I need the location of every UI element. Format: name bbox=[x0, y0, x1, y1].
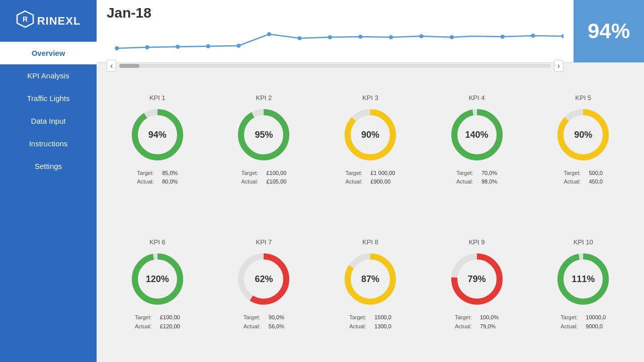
logo-text: RINEXL bbox=[37, 15, 81, 28]
kpi-label-kpi2: KPI 2 bbox=[256, 94, 272, 102]
prev-button[interactable]: ‹ bbox=[107, 60, 116, 72]
kpi-stats-kpi2: Target:£100,00Actual:£105,00 bbox=[242, 169, 287, 187]
kpi-stats-kpi9: Target:100,0%Actual:79,0% bbox=[455, 313, 499, 331]
logo-area: R RINEXL bbox=[8, 5, 89, 42]
donut-kpi10: 111% bbox=[553, 249, 613, 309]
kpi-label-kpi5: KPI 5 bbox=[575, 94, 591, 102]
svg-point-11 bbox=[389, 35, 393, 39]
donut-kpi5: 90% bbox=[553, 105, 613, 165]
donut-kpi7: 62% bbox=[233, 249, 294, 309]
kpi-stats-kpi6: Target:£100,00Actual:£120,00 bbox=[135, 313, 180, 331]
kpi-cell-kpi10: KPI 10111%Target:10000,0Actual:9000,0 bbox=[530, 213, 636, 357]
svg-point-10 bbox=[358, 35, 362, 39]
kpi-label-kpi7: KPI 7 bbox=[256, 238, 272, 246]
kpi-label-kpi1: KPI 1 bbox=[149, 94, 166, 102]
sidebar-item-kpi-analysis[interactable]: KPI Analysis bbox=[0, 64, 97, 87]
kpi-stats-kpi1: Target:85,0%Actual:80,0% bbox=[137, 169, 178, 187]
logo-icon: R bbox=[16, 10, 34, 32]
svg-text:R: R bbox=[23, 15, 28, 23]
kpi-value-kpi7: 62% bbox=[255, 274, 273, 285]
kpi-grid: KPI 194%Target:85,0%Actual:80,0%KPI 295%… bbox=[97, 63, 644, 362]
kpi-value-kpi5: 90% bbox=[574, 129, 592, 140]
svg-point-5 bbox=[206, 44, 210, 48]
kpi-cell-kpi4: KPI 4140%Target:70,0%Actual:98,0% bbox=[424, 68, 530, 213]
kpi-cell-kpi9: KPI 979%Target:100,0%Actual:79,0% bbox=[424, 213, 530, 357]
kpi-label-kpi4: KPI 4 bbox=[469, 94, 485, 102]
svg-point-9 bbox=[328, 35, 332, 39]
svg-point-14 bbox=[501, 35, 505, 39]
kpi-cell-kpi1: KPI 194%Target:85,0%Actual:80,0% bbox=[104, 68, 211, 213]
svg-point-6 bbox=[236, 44, 240, 48]
kpi-value-kpi9: 79% bbox=[468, 274, 486, 285]
sidebar-item-data-input[interactable]: Data Input bbox=[0, 110, 97, 132]
kpi-value-kpi1: 94% bbox=[148, 129, 167, 140]
kpi-stats-kpi7: Target:90,0%Actual:56,0% bbox=[244, 313, 284, 331]
kpi-label-kpi8: KPI 8 bbox=[362, 238, 378, 246]
donut-kpi1: 94% bbox=[127, 105, 188, 165]
nav-controls: ‹ › bbox=[107, 60, 564, 72]
kpi-stats-kpi8: Target:1500,0Actual:1300,0 bbox=[349, 313, 391, 331]
donut-kpi9: 79% bbox=[447, 249, 507, 309]
donut-kpi8: 87% bbox=[340, 249, 400, 309]
kpi-label-kpi3: KPI 3 bbox=[362, 94, 378, 102]
kpi-label-kpi6: KPI 6 bbox=[149, 238, 166, 246]
donut-kpi2: 95% bbox=[233, 105, 294, 165]
score-box: 94% bbox=[574, 0, 644, 62]
sidebar-item-instructions[interactable]: Instructions bbox=[0, 132, 97, 155]
svg-point-12 bbox=[419, 34, 423, 38]
kpi-label-kpi10: KPI 10 bbox=[574, 238, 593, 246]
svg-point-3 bbox=[145, 45, 149, 49]
donut-kpi3: 90% bbox=[340, 105, 400, 165]
kpi-value-kpi3: 90% bbox=[361, 129, 379, 140]
chart-section: Jan-18 ‹ bbox=[97, 0, 574, 62]
kpi-cell-kpi8: KPI 887%Target:1500,0Actual:1300,0 bbox=[317, 213, 424, 357]
svg-point-16 bbox=[561, 34, 564, 38]
main-content: Jan-18 ‹ bbox=[97, 0, 644, 362]
trend-chart bbox=[107, 23, 564, 56]
kpi-cell-kpi2: KPI 295%Target:£100,00Actual:£105,00 bbox=[211, 68, 317, 213]
sidebar: R RINEXL OverviewKPI AnalysisTraffic Lig… bbox=[0, 0, 97, 362]
sidebar-item-traffic-lights[interactable]: Traffic Lights bbox=[0, 87, 97, 110]
kpi-value-kpi6: 120% bbox=[146, 274, 169, 285]
kpi-stats-kpi5: Target:500,0Actual:450,0 bbox=[564, 169, 603, 187]
kpi-label-kpi9: KPI 9 bbox=[469, 238, 485, 246]
kpi-value-kpi8: 87% bbox=[361, 274, 379, 285]
donut-kpi6: 120% bbox=[127, 249, 188, 309]
kpi-value-kpi4: 140% bbox=[465, 129, 489, 140]
svg-point-13 bbox=[450, 35, 454, 39]
next-button[interactable]: › bbox=[554, 60, 564, 72]
svg-point-4 bbox=[176, 45, 180, 49]
svg-point-7 bbox=[267, 32, 271, 36]
kpi-stats-kpi3: Target:£1 000,00Actual:£900,00 bbox=[346, 169, 395, 187]
svg-point-8 bbox=[297, 36, 301, 40]
scrollbar-thumb[interactable] bbox=[119, 64, 139, 68]
kpi-cell-kpi7: KPI 762%Target:90,0%Actual:56,0% bbox=[211, 213, 317, 357]
svg-point-2 bbox=[115, 46, 119, 50]
kpi-cell-kpi5: KPI 590%Target:500,0Actual:450,0 bbox=[530, 68, 636, 213]
sidebar-item-overview[interactable]: Overview bbox=[0, 42, 97, 64]
donut-kpi4: 140% bbox=[447, 105, 507, 165]
scrollbar-track[interactable] bbox=[119, 64, 550, 68]
header-area: Jan-18 ‹ bbox=[97, 0, 644, 63]
kpi-stats-kpi10: Target:10000,0Actual:9000,0 bbox=[560, 313, 606, 331]
kpi-stats-kpi4: Target:70,0%Actual:98,0% bbox=[456, 169, 497, 187]
score-value: 94% bbox=[588, 19, 630, 43]
sidebar-item-settings[interactable]: Settings bbox=[0, 155, 97, 177]
kpi-value-kpi2: 95% bbox=[255, 129, 273, 140]
month-title: Jan-18 bbox=[107, 5, 564, 21]
kpi-value-kpi10: 111% bbox=[572, 274, 595, 285]
kpi-cell-kpi6: KPI 6120%Target:£100,00Actual:£120,00 bbox=[104, 213, 211, 357]
kpi-cell-kpi3: KPI 390%Target:£1 000,00Actual:£900,00 bbox=[317, 68, 424, 213]
svg-point-15 bbox=[531, 34, 535, 38]
